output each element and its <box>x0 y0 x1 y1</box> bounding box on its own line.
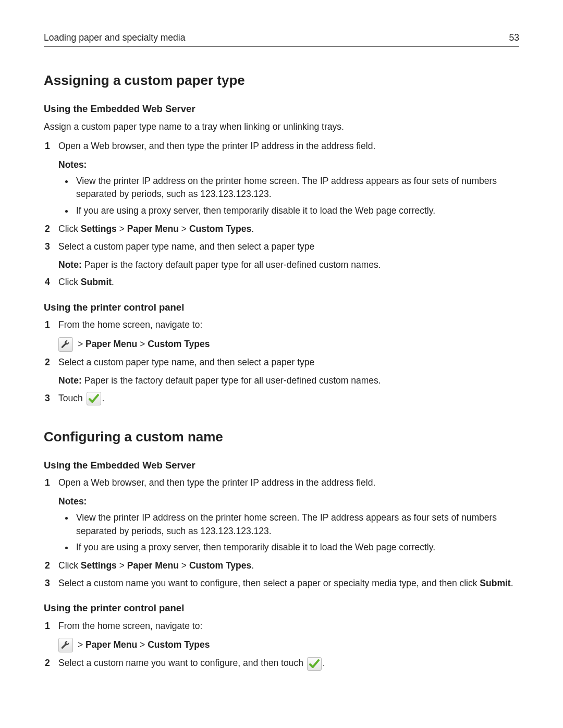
step-note: Note: Paper is the factory default paper… <box>58 258 519 272</box>
note-item: If you are using a proxy server, then te… <box>74 541 519 554</box>
subheading-panel-2: Using the printer control panel <box>44 601 519 615</box>
note-item: View the printer IP address on the print… <box>74 511 519 538</box>
step-2: 2 Select a custom name you want to confi… <box>44 657 519 670</box>
step-2: 2 Select a custom paper type name, and t… <box>44 356 519 388</box>
step-text: From the home screen, navigate to: <box>58 621 202 631</box>
check-icon <box>307 657 322 671</box>
wrench-icon <box>58 638 73 652</box>
step-text: Click Settings > Paper Menu > Custom Typ… <box>58 560 254 571</box>
step-3: 3 Select a custom name you want to confi… <box>44 577 519 590</box>
notes-list: View the printer IP address on the print… <box>58 175 519 217</box>
step-text: Click Settings > Paper Menu > Custom Typ… <box>58 224 254 234</box>
heading-configuring: Configuring a custom name <box>44 427 519 447</box>
nav-path-row: > Paper Menu > Custom Types <box>58 638 519 652</box>
step-1: 1 Open a Web browser, and then type the … <box>44 140 519 217</box>
check-icon <box>87 392 101 405</box>
step-text: Touch . <box>58 393 104 403</box>
step-4: 4 Click Submit. <box>44 276 519 289</box>
step-text: Select a custom name you want to configu… <box>58 658 325 668</box>
section-configuring: Configuring a custom name Using the Embe… <box>44 427 519 671</box>
step-text: Open a Web browser, and then type the pr… <box>58 477 375 488</box>
notes-label: Notes: <box>58 495 519 508</box>
subheading-panel-1: Using the printer control panel <box>44 301 519 315</box>
step-text: Select a custom paper type name, and the… <box>58 241 314 252</box>
step-1: 1 Open a Web browser, and then type the … <box>44 476 519 554</box>
step-1: 1 From the home screen, navigate to: > P… <box>44 620 519 652</box>
notes-label: Notes: <box>58 158 519 171</box>
step-2: 2 Click Settings > Paper Menu > Custom T… <box>44 559 519 572</box>
page-header: Loading paper and specialty media 53 <box>44 31 519 47</box>
step-3: 3 Select a custom paper type name, and t… <box>44 240 519 272</box>
wrench-icon <box>58 337 73 352</box>
step-text: Click Submit. <box>58 277 114 287</box>
step-note: Note: Paper is the factory default paper… <box>58 374 519 387</box>
step-text: Select a custom name you want to configu… <box>58 578 513 588</box>
steps-panel-1: 1 From the home screen, navigate to: > P… <box>44 318 519 405</box>
step-text: Open a Web browser, and then type the pr… <box>58 141 375 151</box>
note-item: If you are using a proxy server, then te… <box>74 204 519 217</box>
step-2: 2 Click Settings > Paper Menu > Custom T… <box>44 223 519 236</box>
subheading-web-2: Using the Embedded Web Server <box>44 459 519 473</box>
step-1: 1 From the home screen, navigate to: > P… <box>44 318 519 351</box>
chapter-title: Loading paper and specialty media <box>44 31 185 44</box>
nav-path-row: > Paper Menu > Custom Types <box>58 337 519 352</box>
step-text: From the home screen, navigate to: <box>58 319 202 330</box>
steps-web-2: 1 Open a Web browser, and then type the … <box>44 476 519 590</box>
subheading-web-1: Using the Embedded Web Server <box>44 102 519 116</box>
section-assigning: Assigning a custom paper type Using the … <box>44 71 519 405</box>
step-text: Select a custom paper type name, and the… <box>58 357 314 367</box>
steps-panel-2: 1 From the home screen, navigate to: > P… <box>44 620 519 671</box>
note-item: View the printer IP address on the print… <box>74 175 519 201</box>
step-3: 3 Touch . <box>44 392 519 405</box>
page-number: 53 <box>509 31 519 44</box>
intro-text: Assign a custom paper type name to a tra… <box>44 120 519 133</box>
notes-list: View the printer IP address on the print… <box>58 511 519 554</box>
heading-assigning: Assigning a custom paper type <box>44 71 519 91</box>
steps-web-1: 1 Open a Web browser, and then type the … <box>44 140 519 289</box>
